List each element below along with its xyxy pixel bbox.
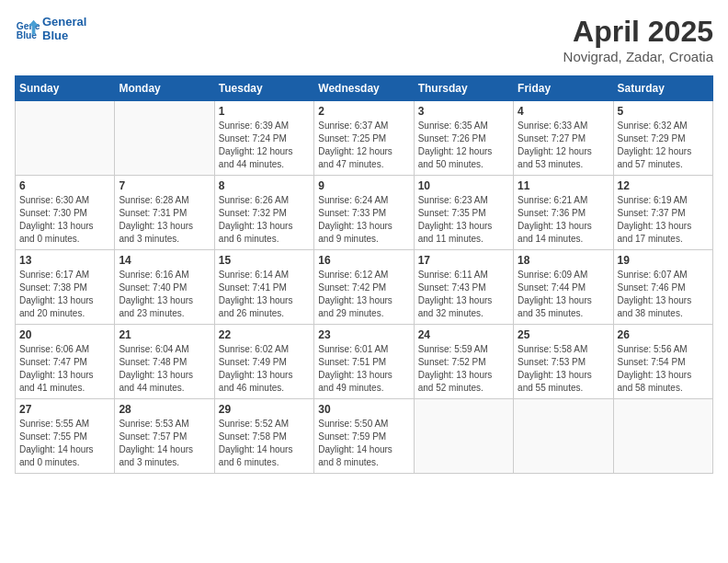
page-header: General Blue General Blue April 2025 Nov… [15,15,713,64]
calendar-cell: 7Sunrise: 6:28 AMSunset: 7:31 PMDaylight… [115,176,214,250]
calendar-cell: 24Sunrise: 5:59 AMSunset: 7:52 PMDayligh… [414,325,513,399]
weekday-header: Thursday [414,76,513,101]
title-block: April 2025 Novigrad, Zadar, Croatia [563,15,713,64]
day-number: 14 [119,254,210,267]
day-number: 17 [418,254,509,267]
day-info: Sunrise: 6:28 AMSunset: 7:31 PMDaylight:… [119,194,210,246]
calendar-cell [613,399,712,474]
day-info: Sunrise: 6:04 AMSunset: 7:48 PMDaylight:… [119,343,210,395]
calendar-cell [414,399,513,474]
logo-line2: Blue [42,29,86,42]
day-number: 27 [19,403,110,416]
calendar-table: SundayMondayTuesdayWednesdayThursdayFrid… [15,75,713,474]
location: Novigrad, Zadar, Croatia [563,49,713,64]
day-number: 10 [418,179,509,192]
day-number: 1 [219,105,310,118]
day-info: Sunrise: 6:17 AMSunset: 7:38 PMDaylight:… [19,269,110,320]
day-number: 16 [318,254,409,267]
calendar-cell: 22Sunrise: 6:02 AMSunset: 7:49 PMDayligh… [214,325,313,399]
calendar-cell: 2Sunrise: 6:37 AMSunset: 7:25 PMDaylight… [314,101,414,176]
calendar-cell [115,101,214,176]
weekday-header: Sunday [16,76,115,101]
day-info: Sunrise: 6:06 AMSunset: 7:47 PMDaylight:… [19,343,110,395]
day-info: Sunrise: 5:59 AMSunset: 7:52 PMDaylight:… [418,343,509,395]
day-number: 15 [219,254,310,267]
calendar-cell [514,399,613,474]
day-number: 29 [219,403,310,416]
day-number: 8 [219,179,310,192]
calendar-cell: 3Sunrise: 6:35 AMSunset: 7:26 PMDaylight… [414,101,513,176]
day-info: Sunrise: 6:11 AMSunset: 7:43 PMDaylight:… [418,269,509,320]
calendar-cell: 15Sunrise: 6:14 AMSunset: 7:41 PMDayligh… [214,250,313,325]
day-number: 18 [518,254,609,267]
calendar-cell: 11Sunrise: 6:21 AMSunset: 7:36 PMDayligh… [514,176,613,250]
day-info: Sunrise: 6:23 AMSunset: 7:35 PMDaylight:… [418,194,509,246]
day-info: Sunrise: 6:02 AMSunset: 7:49 PMDaylight:… [219,343,310,395]
logo: General Blue General Blue [15,15,86,42]
calendar-cell: 8Sunrise: 6:26 AMSunset: 7:32 PMDaylight… [214,176,313,250]
day-info: Sunrise: 5:52 AMSunset: 7:58 PMDaylight:… [219,418,310,469]
calendar-cell: 19Sunrise: 6:07 AMSunset: 7:46 PMDayligh… [613,250,712,325]
day-info: Sunrise: 6:19 AMSunset: 7:37 PMDaylight:… [618,194,709,246]
calendar-cell: 23Sunrise: 6:01 AMSunset: 7:51 PMDayligh… [314,325,414,399]
day-number: 25 [518,328,609,341]
calendar-cell: 10Sunrise: 6:23 AMSunset: 7:35 PMDayligh… [414,176,513,250]
day-number: 7 [119,179,210,192]
calendar-cell: 25Sunrise: 5:58 AMSunset: 7:53 PMDayligh… [514,325,613,399]
calendar-cell: 6Sunrise: 6:30 AMSunset: 7:30 PMDaylight… [16,176,115,250]
logo-icon: General Blue [15,16,40,41]
calendar-header: SundayMondayTuesdayWednesdayThursdayFrid… [16,76,713,101]
day-info: Sunrise: 6:26 AMSunset: 7:32 PMDaylight:… [219,194,310,246]
day-info: Sunrise: 6:35 AMSunset: 7:26 PMDaylight:… [418,120,509,171]
day-info: Sunrise: 6:30 AMSunset: 7:30 PMDaylight:… [19,194,110,246]
day-number: 22 [219,328,310,341]
calendar-cell: 30Sunrise: 5:50 AMSunset: 7:59 PMDayligh… [314,399,414,474]
day-info: Sunrise: 6:09 AMSunset: 7:44 PMDaylight:… [518,269,609,320]
day-number: 20 [19,328,110,341]
day-number: 5 [618,105,709,118]
day-info: Sunrise: 5:50 AMSunset: 7:59 PMDaylight:… [318,418,409,469]
weekday-header: Monday [115,76,214,101]
calendar-week-row: 6Sunrise: 6:30 AMSunset: 7:30 PMDaylight… [16,176,713,250]
weekday-header: Tuesday [214,76,313,101]
day-number: 28 [119,403,210,416]
day-info: Sunrise: 6:33 AMSunset: 7:27 PMDaylight:… [518,120,609,171]
calendar-cell: 5Sunrise: 6:32 AMSunset: 7:29 PMDaylight… [613,101,712,176]
calendar-cell: 26Sunrise: 5:56 AMSunset: 7:54 PMDayligh… [613,325,712,399]
day-info: Sunrise: 6:01 AMSunset: 7:51 PMDaylight:… [318,343,409,395]
calendar-cell: 1Sunrise: 6:39 AMSunset: 7:24 PMDaylight… [214,101,313,176]
day-number: 26 [618,328,709,341]
day-info: Sunrise: 6:39 AMSunset: 7:24 PMDaylight:… [219,120,310,171]
day-info: Sunrise: 5:58 AMSunset: 7:53 PMDaylight:… [518,343,609,395]
calendar-week-row: 1Sunrise: 6:39 AMSunset: 7:24 PMDaylight… [16,101,713,176]
calendar-cell: 14Sunrise: 6:16 AMSunset: 7:40 PMDayligh… [115,250,214,325]
logo-line1: General [42,15,86,29]
day-info: Sunrise: 6:37 AMSunset: 7:25 PMDaylight:… [318,120,409,171]
day-number: 4 [518,105,609,118]
day-number: 24 [418,328,509,341]
day-number: 2 [318,105,409,118]
weekday-header: Wednesday [314,76,414,101]
calendar-cell: 16Sunrise: 6:12 AMSunset: 7:42 PMDayligh… [314,250,414,325]
day-number: 3 [418,105,509,118]
day-info: Sunrise: 6:21 AMSunset: 7:36 PMDaylight:… [518,194,609,246]
calendar-cell [16,101,115,176]
day-info: Sunrise: 5:56 AMSunset: 7:54 PMDaylight:… [618,343,709,395]
day-info: Sunrise: 6:07 AMSunset: 7:46 PMDaylight:… [618,269,709,320]
calendar-week-row: 27Sunrise: 5:55 AMSunset: 7:55 PMDayligh… [16,399,713,474]
weekday-header: Friday [514,76,613,101]
weekday-header: Saturday [613,76,712,101]
day-info: Sunrise: 6:16 AMSunset: 7:40 PMDaylight:… [119,269,210,320]
calendar-cell: 13Sunrise: 6:17 AMSunset: 7:38 PMDayligh… [16,250,115,325]
day-number: 12 [618,179,709,192]
day-number: 30 [318,403,409,416]
calendar-week-row: 20Sunrise: 6:06 AMSunset: 7:47 PMDayligh… [16,325,713,399]
calendar-week-row: 13Sunrise: 6:17 AMSunset: 7:38 PMDayligh… [16,250,713,325]
calendar-cell: 9Sunrise: 6:24 AMSunset: 7:33 PMDaylight… [314,176,414,250]
day-number: 9 [318,179,409,192]
day-number: 21 [119,328,210,341]
day-number: 11 [518,179,609,192]
day-number: 6 [19,179,110,192]
calendar-cell: 29Sunrise: 5:52 AMSunset: 7:58 PMDayligh… [214,399,313,474]
day-number: 13 [19,254,110,267]
